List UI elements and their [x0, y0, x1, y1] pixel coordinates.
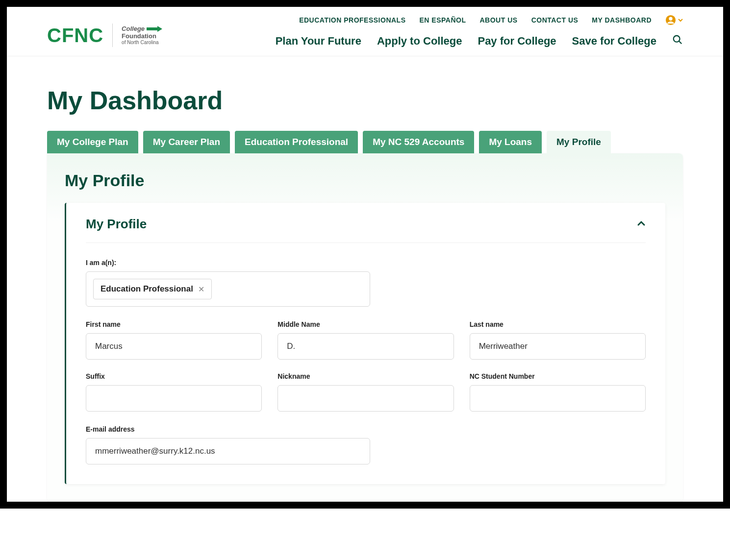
- tab-my-nc-529-accounts[interactable]: My NC 529 Accounts: [363, 131, 474, 153]
- chevron-down-icon: [678, 18, 683, 23]
- nc-student-number-input[interactable]: [470, 385, 646, 412]
- suffix-label: Suffix: [86, 372, 262, 380]
- util-contact-us[interactable]: CONTACT US: [531, 16, 579, 24]
- tab-my-career-plan[interactable]: My Career Plan: [143, 131, 230, 153]
- profile-card: My Profile I am a(n): Education Professi…: [65, 203, 665, 484]
- iam-chip-text: Education Professional: [101, 284, 193, 294]
- suffix-input[interactable]: [86, 385, 262, 412]
- first-name-label: First name: [86, 320, 262, 328]
- card-heading: My Profile: [86, 217, 147, 232]
- nc-student-number-label: NC Student Number: [470, 372, 646, 380]
- svg-line-4: [679, 41, 682, 44]
- iam-chip: Education Professional ✕: [93, 279, 212, 299]
- user-icon: [665, 15, 676, 25]
- collapse-toggle[interactable]: [637, 219, 646, 230]
- nav-save-for-college[interactable]: Save for College: [572, 35, 656, 48]
- chevron-up-icon: [637, 219, 646, 228]
- last-name-input[interactable]: [470, 333, 646, 360]
- main-nav: Plan Your Future Apply to College Pay fo…: [276, 34, 683, 56]
- iam-label: I am a(n):: [86, 259, 646, 267]
- search-icon[interactable]: [672, 34, 683, 48]
- arrow-icon: [147, 26, 162, 32]
- nav-apply-to-college[interactable]: Apply to College: [377, 35, 462, 48]
- last-name-label: Last name: [470, 320, 646, 328]
- middle-name-input[interactable]: [277, 333, 453, 360]
- logo-subtext: College Foundation of North Carolina: [122, 25, 162, 45]
- tab-my-profile[interactable]: My Profile: [547, 131, 611, 153]
- nickname-input[interactable]: [277, 385, 453, 412]
- dashboard-tabs: My College Plan My Career Plan Education…: [47, 131, 683, 153]
- email-label: E-mail address: [86, 425, 370, 433]
- top-header: CFNC College Foundation of North Carolin…: [7, 7, 723, 56]
- tab-education-professional[interactable]: Education Professional: [235, 131, 358, 153]
- brand-block: CFNC College Foundation of North Carolin…: [47, 24, 162, 47]
- svg-marker-0: [147, 26, 162, 32]
- first-name-input[interactable]: [86, 333, 262, 360]
- nav-pay-for-college[interactable]: Pay for College: [478, 35, 556, 48]
- util-education-professionals[interactable]: EDUCATION PROFESSIONALS: [299, 16, 405, 24]
- page-title: My Dashboard: [47, 86, 683, 115]
- util-about-us[interactable]: ABOUT US: [480, 16, 518, 24]
- panel-heading: My Profile: [65, 171, 665, 190]
- tab-my-loans[interactable]: My Loans: [479, 131, 542, 153]
- nav-plan-your-future[interactable]: Plan Your Future: [276, 35, 361, 48]
- email-input[interactable]: [86, 438, 370, 464]
- middle-name-label: Middle Name: [277, 320, 453, 328]
- iam-tag-input[interactable]: Education Professional ✕: [86, 271, 370, 307]
- util-my-dashboard[interactable]: MY DASHBOARD: [592, 16, 652, 24]
- logo-sub-line2: Foundation: [122, 33, 162, 40]
- tab-my-college-plan[interactable]: My College Plan: [47, 131, 138, 153]
- svg-point-2: [669, 17, 672, 21]
- account-menu[interactable]: [665, 15, 683, 25]
- profile-panel: My Profile My Profile I am a(n): Educati…: [47, 153, 683, 502]
- chip-remove-icon[interactable]: ✕: [198, 285, 204, 294]
- logo-sub-line3: of North Carolina: [122, 40, 162, 45]
- nickname-label: Nickname: [277, 372, 453, 380]
- svg-point-3: [674, 36, 680, 42]
- util-en-espanol[interactable]: EN ESPAÑOL: [420, 16, 466, 24]
- logo-cfnc: CFNC: [47, 24, 103, 47]
- utility-nav: EDUCATION PROFESSIONALS EN ESPAÑOL ABOUT…: [299, 15, 683, 25]
- brand-divider: [112, 24, 113, 47]
- logo-sub-line1: College: [122, 25, 145, 32]
